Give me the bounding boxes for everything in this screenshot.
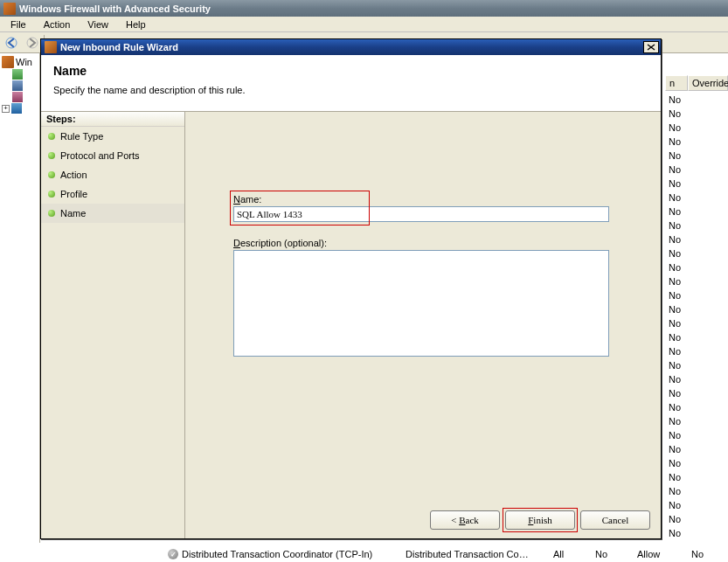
step-rule-type[interactable]: Rule Type	[41, 127, 184, 146]
menu-help[interactable]: Help	[119, 18, 153, 31]
menu-file[interactable]: File	[3, 18, 33, 31]
bg-cell: No	[665, 498, 688, 512]
back-button[interactable]: < Back	[430, 510, 500, 530]
app-title: Windows Firewall with Advanced Security	[19, 3, 211, 14]
bg-cell: No	[665, 246, 688, 260]
bg-cell: No	[665, 484, 688, 498]
finish-button[interactable]: Finish	[505, 510, 575, 530]
step-label: Protocol and Ports	[60, 150, 140, 161]
bg-cell: No	[665, 316, 688, 330]
bg-cell: No	[665, 177, 688, 191]
step-label: Rule Type	[60, 131, 103, 142]
bg-cell: No	[665, 344, 688, 358]
wizard-header: Name Specify the name and description of…	[41, 55, 661, 112]
step-bullet-icon	[48, 152, 55, 159]
menu-action[interactable]: Action	[37, 18, 78, 31]
step-profile[interactable]: Profile	[41, 184, 184, 204]
step-bullet-icon	[48, 191, 55, 198]
bg-cell: No	[665, 260, 688, 274]
name-input[interactable]	[233, 206, 609, 222]
bg-cell: No	[665, 191, 688, 205]
close-icon	[647, 44, 655, 51]
wizard-button-row: < Back Finish Cancel	[430, 510, 650, 530]
tree-icon-4	[11, 103, 22, 114]
col-header-override[interactable]: Override	[688, 75, 728, 91]
bg-cell: No	[665, 330, 688, 344]
steps-header: Steps:	[41, 112, 184, 127]
finish-label: Finish	[528, 515, 552, 525]
bg-cell: No	[665, 274, 688, 288]
shield-icon	[2, 56, 14, 68]
wizard-header-desc: Specify the name and description of this…	[53, 85, 648, 95]
bg-cell: No	[665, 149, 688, 163]
bg-cell: No	[665, 526, 688, 540]
back-button[interactable]	[3, 35, 21, 51]
bg-cell: No	[665, 107, 688, 121]
menu-view[interactable]: View	[80, 18, 115, 31]
bg-cell: No	[665, 456, 688, 470]
rule-group: Distributed Transaction Coordi…	[406, 549, 532, 559]
tree-icon-1	[12, 69, 23, 80]
bg-cell: No	[665, 205, 688, 219]
description-label: Description (optional):	[233, 238, 609, 248]
bg-cell: No	[665, 400, 688, 414]
wizard-icon	[45, 41, 57, 53]
tree-icon-3	[12, 92, 23, 102]
rule-override: No	[691, 549, 709, 559]
rule-enabled: No	[595, 549, 616, 559]
bg-cell: No	[665, 470, 688, 484]
back-label: < Back	[451, 515, 479, 525]
menu-bar: File Action View Help	[0, 17, 728, 32]
step-label: Action	[60, 170, 87, 180]
cancel-button[interactable]: Cancel	[580, 510, 650, 530]
name-label: Name:	[233, 194, 609, 205]
bg-cell: No	[665, 428, 688, 442]
tree-icon-2	[12, 80, 23, 91]
bg-cell: No	[665, 358, 688, 372]
table-row[interactable]: ✓ Distributed Transaction Coordinator (T…	[168, 547, 728, 561]
rule-profile: All	[553, 549, 574, 559]
step-action[interactable]: Action	[41, 165, 184, 184]
wizard-main-panel: Name: Description (optional): < Back Fin…	[185, 112, 661, 538]
bg-cell: No	[665, 93, 688, 107]
step-bullet-icon	[48, 133, 55, 140]
step-label: Name	[60, 208, 86, 219]
bg-cell: No	[665, 288, 688, 302]
rules-grid: ✓ Distributed Transaction Coordinator (T…	[168, 547, 728, 561]
bg-cell: No	[665, 414, 688, 428]
rule-name: Distributed Transaction Coordinator (TCP…	[182, 549, 372, 559]
col-header-n[interactable]: n	[665, 75, 688, 91]
wizard-body: Steps: Rule Type Protocol and Ports Acti…	[41, 112, 661, 538]
tree-root[interactable]: Win	[2, 56, 38, 68]
bg-cell: No	[665, 442, 688, 456]
steps-panel: Steps: Rule Type Protocol and Ports Acti…	[41, 112, 185, 538]
bg-cell: No	[665, 121, 688, 135]
step-bullet-icon	[48, 210, 55, 217]
tree-expander[interactable]: +	[2, 105, 10, 113]
bg-cell: No	[665, 163, 688, 177]
bg-cell: No	[665, 372, 688, 386]
close-button[interactable]	[643, 41, 659, 53]
tree-child-1[interactable]	[2, 69, 38, 80]
wizard-titlebar[interactable]: New Inbound Rule Wizard	[41, 39, 661, 55]
tree-child-4[interactable]: +	[2, 103, 38, 114]
bg-cell: No	[665, 219, 688, 232]
step-protocol-ports[interactable]: Protocol and Ports	[41, 146, 184, 165]
bg-cell: No	[665, 302, 688, 316]
wizard-title: New Inbound Rule Wizard	[60, 42, 640, 52]
description-input[interactable]	[233, 250, 609, 357]
app-icon	[3, 3, 16, 15]
step-bullet-icon	[48, 171, 55, 178]
bg-cell: No	[665, 135, 688, 149]
wizard-dialog: New Inbound Rule Wizard Name Specify the…	[40, 38, 662, 539]
bg-cell: No	[665, 232, 688, 246]
tree-child-3[interactable]	[2, 92, 38, 102]
app-titlebar: Windows Firewall with Advanced Security	[0, 0, 728, 17]
rule-action: Allow	[637, 549, 670, 559]
forward-button[interactable]	[23, 35, 40, 51]
bg-cell: No	[665, 386, 688, 400]
tree-child-2[interactable]	[2, 80, 38, 91]
step-label: Profile	[60, 189, 87, 199]
step-name[interactable]: Name	[41, 204, 184, 223]
bg-cell: No	[665, 512, 688, 526]
